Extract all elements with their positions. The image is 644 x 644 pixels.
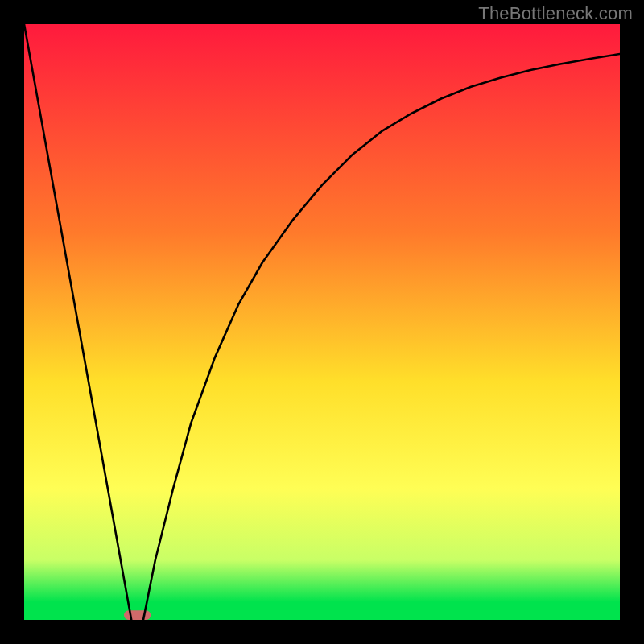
chart-frame: TheBottleneck.com [0,0,644,644]
gradient-background [24,24,620,620]
watermark-text: TheBottleneck.com [478,3,633,24]
bottleneck-marker [124,610,151,620]
chart-svg [24,24,620,620]
plot-area [24,24,620,620]
